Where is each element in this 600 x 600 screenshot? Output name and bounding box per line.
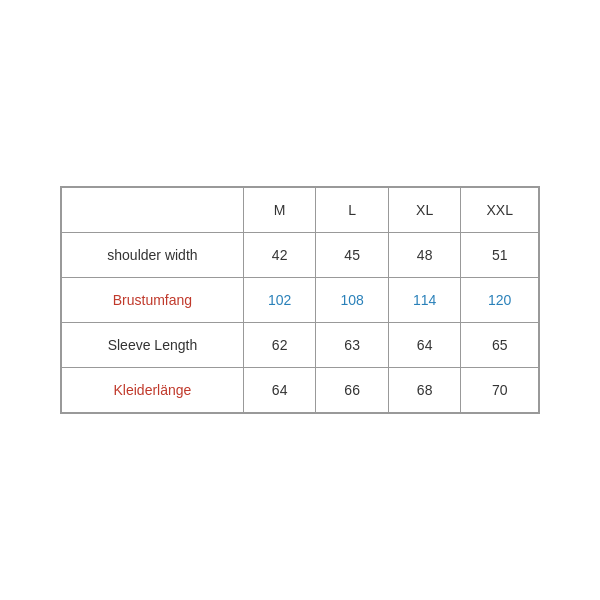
size-table-container: M L XL XXL shoulder width42454851Brustum… xyxy=(60,186,540,414)
size-header-xxl: XXL xyxy=(461,188,539,233)
row-label: shoulder width xyxy=(62,233,244,278)
table-row: Brustumfang102108114120 xyxy=(62,278,539,323)
row-value: 65 xyxy=(461,323,539,368)
row-value: 42 xyxy=(243,233,316,278)
row-value: 114 xyxy=(388,278,461,323)
size-header-xl: XL xyxy=(388,188,461,233)
header-row: M L XL XXL xyxy=(62,188,539,233)
row-value: 64 xyxy=(388,323,461,368)
size-header-m: M xyxy=(243,188,316,233)
row-value: 64 xyxy=(243,368,316,413)
row-value: 48 xyxy=(388,233,461,278)
row-value: 51 xyxy=(461,233,539,278)
row-value: 70 xyxy=(461,368,539,413)
row-value: 108 xyxy=(316,278,389,323)
row-value: 63 xyxy=(316,323,389,368)
table-row: shoulder width42454851 xyxy=(62,233,539,278)
row-label: Brustumfang xyxy=(62,278,244,323)
unit-header xyxy=(62,188,244,233)
row-value: 62 xyxy=(243,323,316,368)
table-row: Kleiderlänge64666870 xyxy=(62,368,539,413)
row-value: 68 xyxy=(388,368,461,413)
row-value: 120 xyxy=(461,278,539,323)
row-value: 45 xyxy=(316,233,389,278)
row-label: Sleeve Length xyxy=(62,323,244,368)
size-table: M L XL XXL shoulder width42454851Brustum… xyxy=(61,187,539,413)
size-header-l: L xyxy=(316,188,389,233)
row-value: 66 xyxy=(316,368,389,413)
row-label: Kleiderlänge xyxy=(62,368,244,413)
row-value: 102 xyxy=(243,278,316,323)
table-row: Sleeve Length62636465 xyxy=(62,323,539,368)
